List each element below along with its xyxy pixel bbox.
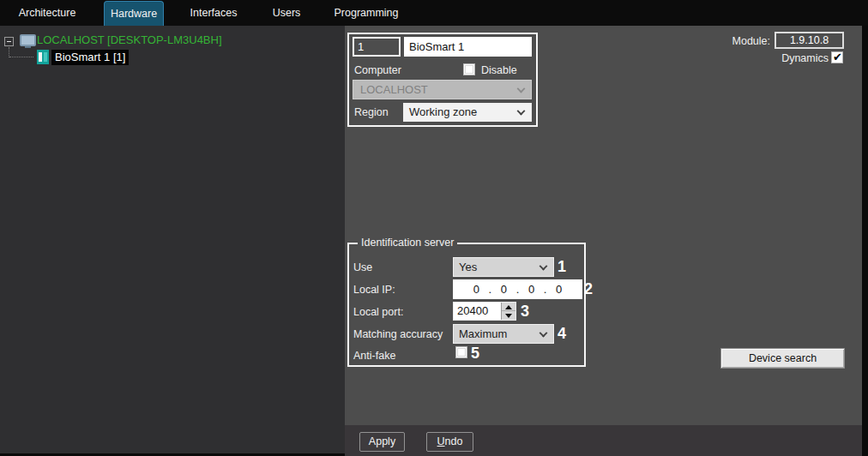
local-port-label: Local port: — [353, 306, 403, 318]
tree-node-localhost[interactable]: LOCALHOST [DESKTOP-LM3U4BH] — [37, 33, 222, 48]
undo-button-initial: U — [437, 435, 445, 447]
matching-accuracy-select[interactable]: Maximum — [453, 324, 554, 344]
callout-1: 1 — [558, 258, 566, 276]
computer-label: Computer — [354, 64, 401, 76]
tree-node-biosmart[interactable]: BioSmart 1 [1] — [51, 50, 129, 65]
disable-checkbox[interactable] — [463, 63, 475, 75]
tab-programming[interactable]: Programming — [330, 0, 402, 26]
stepper-buttons — [501, 303, 515, 320]
region-select-value: Working zone — [409, 105, 477, 118]
local-port-value: 20400 — [454, 303, 501, 320]
region-label: Region — [354, 106, 389, 118]
stepper-down-button[interactable] — [502, 311, 515, 320]
tree-collapse-toggle[interactable] — [4, 37, 14, 46]
chevron-down-icon — [539, 328, 548, 337]
computer-icon — [20, 34, 36, 46]
use-select[interactable]: Yes — [453, 257, 554, 277]
tab-users[interactable]: Users — [265, 0, 308, 26]
chevron-down-icon — [517, 84, 526, 93]
chevron-down-icon — [539, 261, 548, 270]
window-right-edge — [862, 26, 868, 456]
tab-architecture[interactable]: Architecture — [12, 0, 82, 26]
local-ip-label: Local IP: — [353, 284, 395, 296]
anti-fake-label: Anti-fake — [353, 350, 395, 362]
matching-accuracy-value: Maximum — [459, 327, 507, 340]
use-label: Use — [353, 261, 372, 273]
callout-3: 3 — [521, 303, 529, 321]
arrow-up-icon — [505, 305, 512, 309]
hardware-tree-panel — [0, 26, 345, 453]
callout-5: 5 — [471, 345, 479, 363]
local-port-stepper[interactable]: 20400 — [453, 302, 516, 321]
module-label: Module: — [720, 35, 770, 47]
undo-button-rest: ndo — [445, 435, 463, 447]
tree-connector — [9, 57, 33, 57]
tab-interfaces[interactable]: Interfaces — [183, 0, 244, 26]
tab-hardware[interactable]: Hardware — [104, 1, 164, 26]
chevron-down-icon — [517, 107, 526, 116]
apply-button[interactable]: Apply — [359, 432, 405, 452]
use-select-value: Yes — [459, 261, 477, 273]
biosmart-device-icon — [37, 50, 49, 64]
device-search-button[interactable]: Device search — [720, 348, 845, 369]
dynamics-label: Dynamics — [772, 52, 829, 64]
computer-select-value: LOCALHOST — [360, 83, 428, 96]
module-version-value: 1.9.10.8 — [775, 32, 844, 49]
device-id-field[interactable]: 1 — [353, 37, 401, 57]
device-name-input[interactable]: BioSmart 1 — [404, 37, 532, 57]
footer-bar — [345, 425, 862, 456]
app-window: Architecture Hardware Interfaces Users P… — [0, 0, 868, 456]
undo-button[interactable]: Undo — [426, 432, 473, 452]
local-ip-input[interactable]: 0 . 0 . 0 . 0 — [453, 279, 582, 299]
callout-2: 2 — [584, 280, 593, 298]
anti-fake-checkbox[interactable] — [455, 346, 467, 358]
dynamics-checkbox[interactable] — [831, 51, 843, 63]
stepper-up-button[interactable] — [502, 303, 515, 311]
region-select[interactable]: Working zone — [403, 103, 532, 122]
tab-bar: Architecture Hardware Interfaces Users P… — [0, 0, 868, 26]
disable-label: Disable — [481, 64, 517, 76]
identification-server-title: Identification server — [358, 237, 457, 249]
callout-4: 4 — [558, 325, 566, 343]
computer-select[interactable]: LOCALHOST — [353, 80, 532, 99]
arrow-down-icon — [505, 314, 512, 318]
matching-accuracy-label: Matching accuracy — [353, 328, 443, 340]
